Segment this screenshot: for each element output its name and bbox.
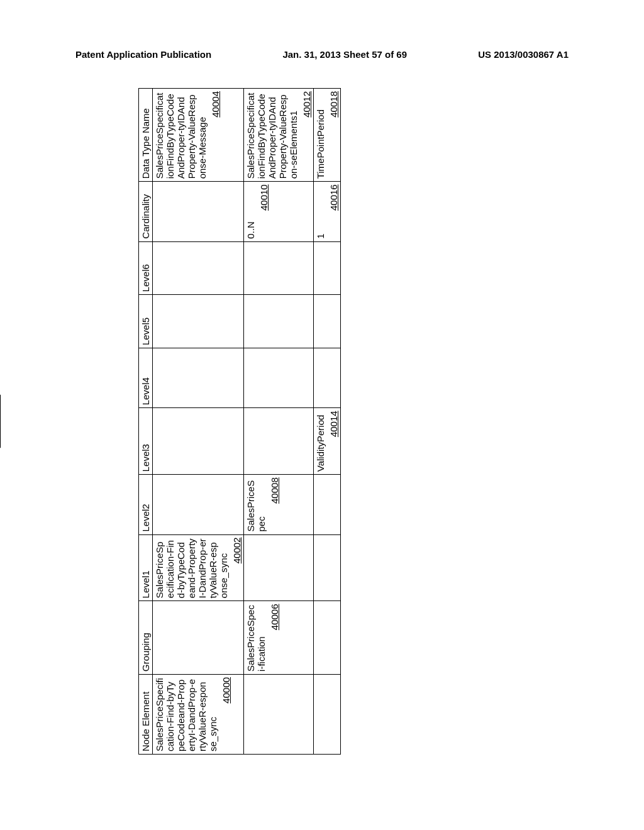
table-body: SalesPriceSpecification-Find-byTypeCodea… bbox=[153, 89, 341, 755]
figure-label: FIG. 40-1 bbox=[0, 220, 2, 622]
cell-text: SalesPriceSpec bbox=[245, 480, 267, 532]
cell-l3 bbox=[244, 408, 314, 475]
header-center: Jan. 31, 2013 Sheet 57 of 69 bbox=[282, 49, 407, 60]
ref-number: 40004 bbox=[210, 91, 221, 179]
cell-l1 bbox=[314, 534, 341, 601]
table-header-row: Node Element Grouping Level1 Level2 Leve… bbox=[139, 89, 153, 755]
ref-number: 40012 bbox=[301, 91, 312, 179]
col-level1: Level1 bbox=[139, 534, 153, 601]
col-grouping: Grouping bbox=[139, 601, 153, 674]
col-cardinality: Cardinality bbox=[139, 182, 153, 241]
cell-card bbox=[153, 182, 244, 241]
ref-number: 40008 bbox=[269, 477, 280, 531]
cell-text: SalesPriceSpecificationFindByTypeCodeAnd… bbox=[245, 93, 299, 179]
cell-l1 bbox=[244, 534, 314, 601]
ref-number: 40000 bbox=[221, 677, 231, 751]
cell-grouping: SalesPriceSpeci-fication 40006 bbox=[244, 601, 314, 674]
col-node: Node Element bbox=[139, 674, 153, 754]
cell-l5 bbox=[244, 295, 314, 348]
table-row: SalesPriceSpecification-Find-byTypeCodea… bbox=[153, 89, 244, 755]
ref-number: 40002 bbox=[231, 538, 242, 599]
cell-text: SalesPriceSpecification-Find-byTypeCodea… bbox=[154, 678, 218, 751]
ref-number: 40014 bbox=[328, 411, 339, 472]
cell-l5 bbox=[314, 295, 341, 348]
cell-grouping bbox=[314, 601, 341, 674]
ref-number: 40010 bbox=[258, 184, 269, 238]
cell-node: SalesPriceSpecification-Find-byTypeCodea… bbox=[153, 674, 244, 754]
cell-l6 bbox=[244, 241, 314, 295]
cell-text: SalesPriceSpecificationFindByTypeCodeAnd… bbox=[154, 93, 208, 179]
cell-l1: SalesPriceSpecification-Find-byTypeCodea… bbox=[153, 534, 244, 601]
col-level4: Level4 bbox=[139, 348, 153, 408]
ref-number: 40016 bbox=[328, 184, 339, 238]
col-level6: Level6 bbox=[139, 241, 153, 295]
cell-dtn: TimePointPeriod 40018 bbox=[314, 89, 341, 182]
cell-text: 1 bbox=[315, 233, 326, 238]
cell-l3 bbox=[153, 408, 244, 475]
cell-l5 bbox=[153, 295, 244, 348]
cell-text: ValidityPeriod bbox=[315, 415, 326, 472]
page-header: Patent Application Publication Jan. 31, … bbox=[0, 49, 644, 60]
col-datatype: Data Type Name bbox=[139, 89, 153, 182]
cell-l2 bbox=[153, 475, 244, 534]
col-level5: Level5 bbox=[139, 295, 153, 348]
cell-text: TimePointPeriod bbox=[315, 109, 326, 179]
table-row: SalesPriceSpeci-fication 40006 SalesPric… bbox=[244, 89, 314, 755]
cell-l2: SalesPriceSpec 40008 bbox=[244, 475, 314, 534]
cell-text: SalesPriceSpeci-fication bbox=[245, 605, 267, 672]
cell-l6 bbox=[153, 241, 244, 295]
cell-l4 bbox=[153, 348, 244, 408]
cell-text: SalesPriceSpecification-Find-byTypeCodea… bbox=[154, 538, 229, 598]
cell-l4 bbox=[244, 348, 314, 408]
cell-card: 1 40016 bbox=[314, 182, 341, 241]
cell-l2 bbox=[314, 475, 341, 534]
ref-number: 40018 bbox=[328, 91, 339, 179]
header-left: Patent Application Publication bbox=[75, 49, 211, 60]
cell-grouping bbox=[153, 601, 244, 674]
table-row: ValidityPeriod 40014 1 40016 TimePointPe… bbox=[314, 89, 341, 755]
ref-number: 40006 bbox=[269, 604, 280, 671]
cell-dtn: SalesPriceSpecificationFindByTypeCodeAnd… bbox=[244, 89, 314, 182]
cell-l4 bbox=[314, 348, 341, 408]
header-right: US 2013/0030867 A1 bbox=[478, 49, 569, 60]
cell-l6 bbox=[314, 241, 341, 295]
figure-area: FIG. 40-1 Node Element Grouping Level1 L… bbox=[0, 220, 644, 622]
cell-dtn: SalesPriceSpecificationFindByTypeCodeAnd… bbox=[153, 89, 244, 182]
data-table: Node Element Grouping Level1 Level2 Leve… bbox=[138, 88, 341, 755]
col-level3: Level3 bbox=[139, 408, 153, 475]
col-level2: Level2 bbox=[139, 475, 153, 534]
cell-l3: ValidityPeriod 40014 bbox=[314, 408, 341, 475]
cell-node bbox=[244, 674, 314, 754]
cell-node bbox=[314, 674, 341, 754]
cell-text: 0..N bbox=[245, 221, 256, 239]
cell-card: 0..N 40010 bbox=[244, 182, 314, 241]
